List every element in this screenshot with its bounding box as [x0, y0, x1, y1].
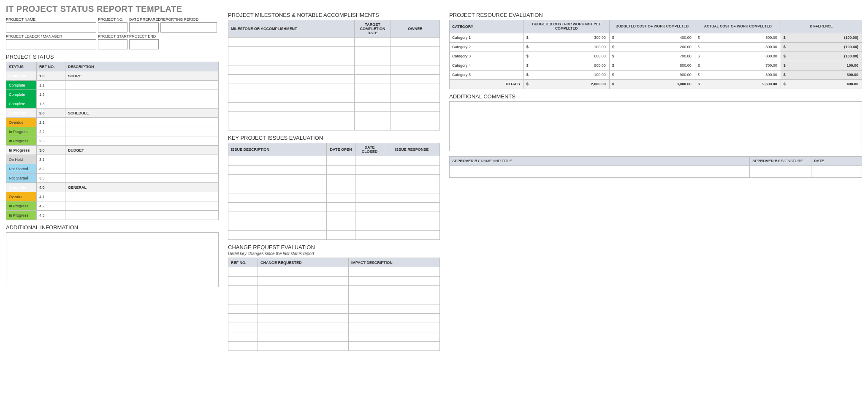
status-cell[interactable]: In Progress — [6, 201, 37, 211]
empty-cell[interactable] — [228, 304, 258, 314]
empty-cell[interactable] — [258, 304, 349, 314]
empty-cell[interactable] — [258, 332, 349, 342]
empty-cell[interactable] — [391, 103, 440, 112]
empty-cell[interactable] — [349, 332, 440, 342]
empty-cell[interactable] — [355, 231, 384, 240]
empty-cell[interactable] — [228, 103, 355, 112]
empty-cell[interactable] — [258, 267, 349, 277]
empty-cell[interactable] — [349, 314, 440, 323]
empty-cell[interactable] — [228, 166, 327, 175]
empty-cell[interactable] — [228, 175, 327, 184]
empty-cell[interactable] — [384, 193, 440, 203]
empty-cell[interactable] — [228, 267, 258, 277]
empty-cell[interactable] — [391, 93, 440, 103]
empty-cell[interactable] — [355, 38, 391, 47]
empty-cell[interactable] — [228, 221, 327, 231]
empty-cell[interactable] — [258, 286, 349, 295]
status-cell[interactable]: In Progress — [6, 146, 37, 155]
empty-cell[interactable] — [391, 84, 440, 93]
info-input[interactable] — [160, 22, 217, 33]
empty-cell[interactable] — [327, 156, 355, 166]
status-cell[interactable]: Complete — [6, 90, 37, 99]
empty-cell[interactable] — [384, 231, 440, 240]
approval-date-cell[interactable] — [811, 166, 862, 177]
empty-cell[interactable] — [384, 203, 440, 212]
empty-cell[interactable] — [391, 121, 440, 130]
empty-cell[interactable] — [355, 193, 384, 203]
empty-cell[interactable] — [327, 175, 355, 184]
empty-cell[interactable] — [327, 184, 355, 193]
empty-cell[interactable] — [228, 184, 327, 193]
empty-cell[interactable] — [391, 47, 440, 56]
empty-cell[interactable] — [355, 221, 384, 231]
empty-cell[interactable] — [355, 166, 384, 175]
empty-cell[interactable] — [258, 323, 349, 332]
status-cell[interactable]: Complete — [6, 81, 37, 90]
status-cell[interactable]: Overdue — [6, 118, 37, 127]
status-cell[interactable]: Not Started — [6, 174, 37, 183]
empty-cell[interactable] — [349, 342, 440, 351]
empty-cell[interactable] — [391, 112, 440, 121]
empty-cell[interactable] — [355, 156, 384, 166]
empty-cell[interactable] — [228, 295, 258, 304]
info-input[interactable] — [6, 22, 96, 33]
empty-cell[interactable] — [384, 212, 440, 221]
status-cell[interactable]: Complete — [6, 99, 37, 109]
empty-cell[interactable] — [355, 56, 391, 65]
empty-cell[interactable] — [228, 38, 355, 47]
empty-cell[interactable] — [355, 75, 391, 84]
info-input[interactable] — [98, 39, 127, 49]
empty-cell[interactable] — [384, 175, 440, 184]
empty-cell[interactable] — [228, 332, 258, 342]
status-cell[interactable]: In Progress — [6, 127, 37, 136]
empty-cell[interactable] — [349, 267, 440, 277]
empty-cell[interactable] — [228, 47, 355, 56]
empty-cell[interactable] — [355, 112, 391, 121]
empty-cell[interactable] — [258, 342, 349, 351]
empty-cell[interactable] — [349, 304, 440, 314]
empty-cell[interactable] — [228, 56, 355, 65]
empty-cell[interactable] — [391, 65, 440, 75]
status-cell[interactable]: On Hold — [6, 155, 37, 164]
empty-cell[interactable] — [349, 277, 440, 286]
empty-cell[interactable] — [228, 203, 327, 212]
empty-cell[interactable] — [391, 75, 440, 84]
approval-sig-cell[interactable] — [750, 166, 811, 177]
status-cell[interactable]: Complete — [6, 71, 37, 81]
empty-cell[interactable] — [355, 65, 391, 75]
empty-cell[interactable] — [228, 156, 327, 166]
empty-cell[interactable] — [228, 121, 355, 130]
empty-cell[interactable] — [384, 156, 440, 166]
empty-cell[interactable] — [258, 314, 349, 323]
empty-cell[interactable] — [355, 121, 391, 130]
empty-cell[interactable] — [327, 212, 355, 221]
empty-cell[interactable] — [327, 193, 355, 203]
info-input[interactable] — [129, 39, 159, 49]
empty-cell[interactable] — [355, 212, 384, 221]
empty-cell[interactable] — [355, 203, 384, 212]
info-input[interactable] — [6, 39, 96, 49]
empty-cell[interactable] — [384, 221, 440, 231]
empty-cell[interactable] — [228, 342, 258, 351]
empty-cell[interactable] — [228, 65, 355, 75]
info-input[interactable] — [98, 22, 127, 33]
additional-info-box[interactable] — [6, 232, 219, 287]
empty-cell[interactable] — [391, 38, 440, 47]
empty-cell[interactable] — [228, 75, 355, 84]
empty-cell[interactable] — [327, 166, 355, 175]
empty-cell[interactable] — [228, 93, 355, 103]
empty-cell[interactable] — [355, 175, 384, 184]
empty-cell[interactable] — [349, 295, 440, 304]
empty-cell[interactable] — [355, 184, 384, 193]
empty-cell[interactable] — [327, 203, 355, 212]
empty-cell[interactable] — [228, 84, 355, 93]
empty-cell[interactable] — [228, 193, 327, 203]
empty-cell[interactable] — [228, 231, 327, 240]
empty-cell[interactable] — [327, 221, 355, 231]
empty-cell[interactable] — [228, 314, 258, 323]
status-cell[interactable]: Not Started — [6, 164, 37, 174]
empty-cell[interactable] — [384, 184, 440, 193]
empty-cell[interactable] — [355, 103, 391, 112]
empty-cell[interactable] — [355, 93, 391, 103]
empty-cell[interactable] — [349, 286, 440, 295]
